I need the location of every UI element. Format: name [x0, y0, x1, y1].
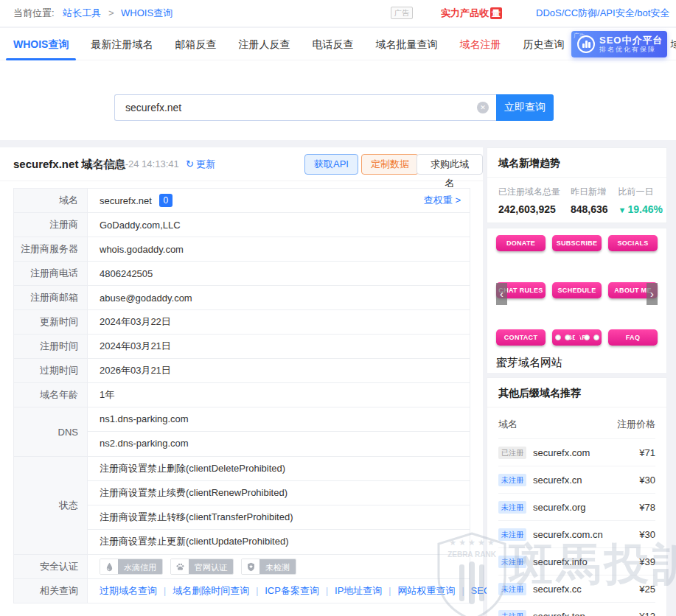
status-value: 注册商设置禁止更新(clientUpdateProhibited)	[88, 530, 470, 554]
suffix-row-cn[interactable]: 未注册 securefx.cn ¥30	[498, 466, 655, 493]
seo-ad-title: SEO中介平台	[599, 35, 663, 46]
table-row-updated: 更新时间 2024年03月22日	[14, 310, 470, 335]
promo-link[interactable]: 实力产品收量	[441, 0, 502, 27]
table-row-related: 相关查询 过期域名查询 域名删除时间查询 ICP备案查询 IP地址查询 网站权重…	[14, 579, 470, 603]
carousel-dot[interactable]	[555, 335, 561, 340]
water-drop-icon	[100, 559, 118, 574]
suffix-title: 其他后缀域名推荐	[487, 378, 666, 407]
status-badge: 已注册	[498, 447, 526, 459]
ad-button-subscribe[interactable]: SUBSCRIBE	[552, 235, 602, 251]
ddos-security-link[interactable]: DDoS/CC防御/API安全/bot安全	[536, 0, 669, 27]
carousel-next-arrow[interactable]: ›	[647, 283, 658, 305]
refresh-link[interactable]: ↻更新	[186, 147, 215, 181]
custom-data-button[interactable]: 定制数据	[361, 154, 419, 175]
carousel-prev-arrow[interactable]: ‹	[496, 283, 507, 305]
suffix-row-info[interactable]: 未注册 securefx.info ¥39	[498, 547, 655, 575]
seo-ad-subtitle: 排名优化有保障	[599, 46, 663, 54]
status-badge: 未注册	[498, 583, 526, 595]
related-link-weight[interactable]: 网站权重查询	[397, 584, 470, 598]
dns-value: ns1.dns-parking.com	[88, 407, 470, 432]
status-badge: 未注册	[498, 610, 526, 616]
expires-value: 2026年03月21日	[88, 359, 470, 382]
check-weight-link[interactable]: 查权重 >	[424, 194, 461, 207]
down-triangle-icon: ▼	[618, 206, 627, 214]
suffix-recommend-card: 其他后缀域名推荐 域名 注册价格 已注册 securefx.com ¥71 未注…	[487, 377, 667, 616]
trend-card: 域名新增趋势 已注册域名总量 242,603,925 昨日新增 848,636 …	[487, 147, 667, 223]
tab-newest-domains[interactable]: 最新注册域名	[91, 28, 153, 60]
related-link-expired[interactable]: 过期域名查询	[100, 584, 173, 598]
trend-title: 域名新增趋势	[487, 148, 666, 178]
dns-value: ns2.dns-parking.com	[88, 432, 470, 456]
ad-carousel-card: DONATE SUBSCRIBE SOCIALS CHAT RULES SCHE…	[487, 228, 667, 373]
table-row-status: 状态 注册商设置禁止删除(clientDeleteProhibited) 注册商…	[14, 457, 470, 555]
breadcrumb: 当前位置: 站长工具 > WHOIS查询	[13, 0, 173, 27]
suffix-row-org[interactable]: 未注册 securefx.org ¥78	[498, 493, 655, 520]
registrar-value: GoDaddy.com,LLC	[88, 213, 470, 237]
stat-yesterday-new: 昨日新增 848,636	[571, 186, 608, 215]
breadcrumb-label: 当前位置:	[13, 7, 55, 18]
ad-button-contact[interactable]: CONTACT	[496, 329, 546, 346]
search-area: ✕ 立即查询	[0, 60, 676, 139]
tab-batch-query[interactable]: 域名批量查询	[375, 28, 437, 60]
status-value: 注册商设置禁止续费(clientRenewProhibited)	[88, 481, 470, 505]
ad-tag-badge: 广告	[391, 7, 413, 19]
shield-icon	[242, 559, 259, 574]
query-button[interactable]: 立即查询	[496, 94, 554, 121]
status-badge: 未注册	[498, 474, 526, 486]
status-value: 注册商设置禁止转移(clientTransferProhibited)	[88, 505, 470, 530]
table-row-email: 注册商邮箱 abuse@godaddy.com	[14, 286, 470, 310]
col-domain: 域名	[498, 418, 518, 431]
carousel-dot[interactable]	[584, 335, 590, 340]
table-row-server: 注册商服务器 whois.godaddy.com	[14, 237, 470, 262]
suffix-row-cc[interactable]: 未注册 securefx.cc ¥25	[498, 575, 655, 602]
clear-icon[interactable]: ✕	[477, 102, 489, 113]
breadcrumb-link-tools[interactable]: 站长工具	[63, 7, 101, 18]
table-row-created: 注册时间 2024年03月21日	[14, 335, 470, 359]
ad-button-donate[interactable]: DONATE	[496, 235, 546, 251]
result-header: securefx.net 域名信息 2024-03-24 14:13:41 ↻更…	[0, 147, 483, 181]
ad-button-faq[interactable]: FAQ	[608, 329, 658, 346]
tab-email-reverse[interactable]: 邮箱反查	[175, 28, 216, 60]
tab-registrant-reverse[interactable]: 注册人反查	[238, 28, 290, 60]
security-badge-untested: 未检测	[241, 559, 296, 575]
breadcrumb-link-whois[interactable]: WHOIS查询	[121, 7, 173, 18]
suffix-table-header: 域名 注册价格	[487, 407, 666, 438]
suffix-row-com[interactable]: 已注册 securefx.com ¥71	[498, 438, 655, 466]
status-badge: 未注册	[498, 556, 526, 568]
table-row-domain: 域名 securefx.net 0 查权重 >	[14, 189, 470, 213]
refresh-icon: ↻	[186, 158, 194, 169]
angle-right-icon: >	[455, 195, 461, 206]
ad-button-socials[interactable]: SOCIALS	[608, 235, 658, 251]
stat-vs-previous-day: 比前一日 ▼19.46%	[618, 186, 663, 215]
related-link-ip[interactable]: IP地址查询	[335, 584, 397, 598]
search-input[interactable]	[114, 94, 496, 121]
paw-icon	[171, 559, 189, 574]
tab-whois-query[interactable]: WHOIS查询	[13, 28, 69, 60]
suffix-row-top[interactable]: 未注册 securefx.top ¥12	[498, 602, 655, 616]
nav-search-panel: WHOIS查询 最新注册域名 邮箱反查 注册人反查 电话反查 域名批量查询 域名…	[0, 28, 676, 140]
domain-value: securefx.net	[100, 195, 152, 206]
suffix-row-com-cn[interactable]: 未注册 securefx.com.cn ¥30	[498, 520, 655, 547]
ad-banner-image[interactable]: DONATE SUBSCRIBE SOCIALS CHAT RULES SCHE…	[487, 228, 666, 354]
table-row-registrar: 注册商 GoDaddy.com,LLC	[14, 213, 470, 237]
carousel-dot-active[interactable]	[574, 335, 580, 340]
carousel-dot[interactable]	[593, 335, 599, 340]
ad-button-schedule[interactable]: SCHEDULE	[552, 282, 602, 298]
phone-value: 4806242505	[88, 262, 470, 285]
seo-ad-banner[interactable]: 广告 SEO中介平台 排名优化有保障	[571, 31, 667, 57]
tab-registrar-list[interactable]: 域名注册商	[670, 28, 676, 60]
col-price: 注册价格	[617, 418, 655, 431]
related-link-icp[interactable]: ICP备案查询	[265, 584, 335, 598]
get-api-button[interactable]: 获取API	[304, 154, 358, 175]
tab-domain-register[interactable]: 域名注册	[459, 28, 501, 60]
related-link-delete-time[interactable]: 域名删除时间查询	[173, 584, 265, 598]
email-value: abuse@godaddy.com	[88, 286, 470, 309]
age-value: 1年	[88, 383, 470, 407]
buy-domain-button[interactable]: 求购此域名	[417, 154, 483, 175]
status-badge: 未注册	[498, 501, 526, 514]
tab-history-query[interactable]: 历史查询	[523, 28, 564, 60]
table-row-security: 安全认证 水滴信用 官网认证 未检测	[14, 555, 470, 579]
result-timestamp: 2024-03-24 14:13:41	[90, 147, 179, 181]
tab-phone-reverse[interactable]: 电话反查	[312, 28, 353, 60]
carousel-dot[interactable]	[565, 335, 571, 340]
